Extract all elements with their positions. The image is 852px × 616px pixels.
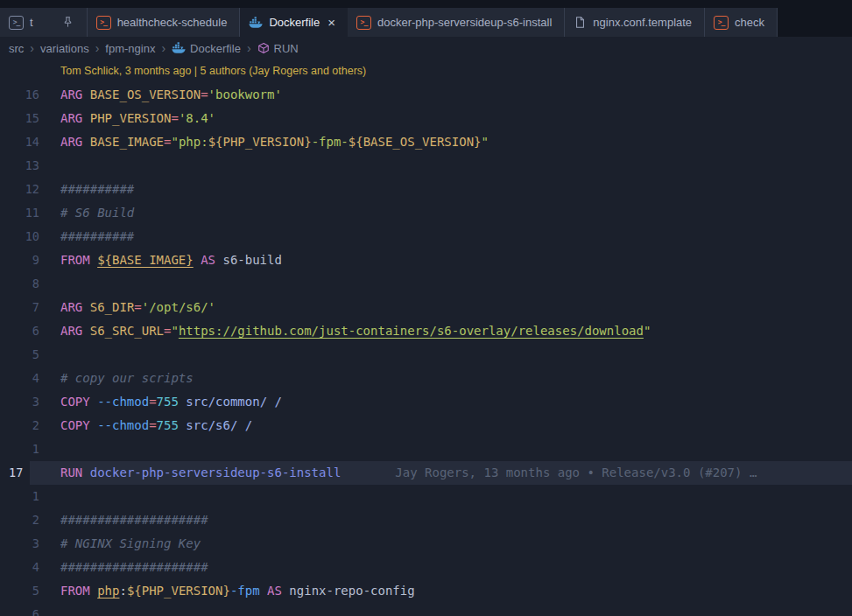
code-line[interactable]: 15ARG PHP_VERSION='8.4' <box>0 107 852 130</box>
line-number: 1 <box>0 438 39 461</box>
tab-label: check <box>735 16 764 29</box>
tab-healthcheck-schedule[interactable]: >_healthcheck-schedule <box>88 8 241 37</box>
code-text: FROM php:${PHP_VERSION}-fpm AS nginx-rep… <box>60 579 415 603</box>
tab-label: t <box>30 16 33 29</box>
line-number: 6 <box>0 603 39 616</box>
code-text: #################### <box>60 556 208 579</box>
pin-icon[interactable] <box>61 16 74 29</box>
code-text: RUN docker-php-serversideup-s6-installJa… <box>60 461 757 485</box>
code-text: FROM ${BASE_IMAGE} AS s6-build <box>60 248 282 272</box>
code-text: # S6 Build <box>60 201 134 225</box>
vscode-window: >_t>_healthcheck-scheduleDockerfile×>_do… <box>0 0 852 616</box>
breadcrumb-item-RUN[interactable]: RUN <box>257 42 299 55</box>
line-number: 5 <box>0 579 39 603</box>
code-text: ARG BASE_OS_VERSION='bookworm' <box>60 83 282 107</box>
file-icon <box>574 16 587 29</box>
code-line[interactable]: 16ARG BASE_OS_VERSION='bookworm' <box>0 83 852 107</box>
terminal-icon: >_ <box>714 16 729 30</box>
code-line[interactable]: 2COPY --chmod=755 src/s6/ / <box>0 414 852 438</box>
tab-t[interactable]: >_t <box>0 8 88 37</box>
code-line[interactable]: 9FROM ${BASE_IMAGE} AS s6-build <box>0 248 852 272</box>
breadcrumb-label: src <box>9 42 24 55</box>
line-number: 8 <box>0 272 39 296</box>
tab-check[interactable]: >_check <box>705 8 778 37</box>
chevron-right-icon: › <box>30 41 34 55</box>
chevron-right-icon: › <box>95 41 100 55</box>
code-line[interactable]: 1 <box>0 485 852 508</box>
line-number: 4 <box>0 556 39 579</box>
line-number: 4 <box>0 367 39 390</box>
code-line[interactable]: 11# S6 Build <box>0 201 852 225</box>
code-line[interactable]: 12########## <box>0 178 852 201</box>
line-number: 15 <box>0 107 39 130</box>
breadcrumb-item-fpm-nginx[interactable]: fpm-nginx <box>105 42 155 55</box>
code-text: ########## <box>60 225 134 248</box>
code-line[interactable]: 14ARG BASE_IMAGE="php:${PHP_VERSION}-fpm… <box>0 130 852 154</box>
code-line[interactable]: 3# NGINX Signing Key <box>0 532 852 556</box>
chevron-right-icon: › <box>161 41 165 55</box>
code-text: COPY --chmod=755 src/common/ / <box>60 390 282 414</box>
line-number: 1 <box>0 485 39 508</box>
line-number: 2 <box>0 414 39 438</box>
tab-Dockerfile[interactable]: Dockerfile× <box>240 8 348 37</box>
breadcrumb-label: fpm-nginx <box>105 42 155 55</box>
code-editor[interactable]: Tom Schlick, 3 months ago | 5 authors (J… <box>0 60 852 616</box>
code-line[interactable]: 5 <box>0 343 852 367</box>
code-text: #################### <box>60 508 208 532</box>
code-line[interactable]: 7ARG S6_DIR='/opt/s6/' <box>0 296 852 319</box>
line-number: 9 <box>0 248 39 272</box>
breadcrumb-label: variations <box>40 42 89 55</box>
code-text: ARG S6_DIR='/opt/s6/' <box>60 296 215 319</box>
code-text: ARG BASE_IMAGE="php:${PHP_VERSION}-fpm-$… <box>60 130 489 154</box>
tab-docker-php-serversideup-s6-install[interactable]: >_docker-php-serversideup-s6-install <box>348 8 565 37</box>
code-line[interactable]: 6 <box>0 603 852 616</box>
breadcrumb: src›variations›fpm-nginx›Dockerfile›RUN <box>0 37 852 60</box>
code-lines: 16ARG BASE_OS_VERSION='bookworm'15ARG PH… <box>0 83 852 616</box>
tab-nginx.conf.template[interactable]: nginx.conf.template <box>565 8 705 37</box>
code-text: # copy our scripts <box>60 367 194 390</box>
tab-label: nginx.conf.template <box>593 16 692 29</box>
line-number: 17 <box>9 461 23 485</box>
line-number: 16 <box>0 83 39 107</box>
code-line[interactable]: 4# copy our scripts <box>0 367 852 390</box>
tab-bar: >_t>_healthcheck-scheduleDockerfile×>_do… <box>0 0 852 37</box>
inline-blame: Jay Rogers, 13 months ago • Release/v3.0… <box>395 466 757 480</box>
code-text: ARG S6_SRC_URL="https://github.com/just-… <box>60 319 651 343</box>
breadcrumb-item-Dockerfile[interactable]: Dockerfile <box>172 41 241 55</box>
close-icon[interactable]: × <box>327 16 335 29</box>
breadcrumb-item-src[interactable]: src <box>9 42 24 55</box>
code-line[interactable]: 10########## <box>0 225 852 248</box>
line-number: 11 <box>0 201 39 225</box>
code-text: ########## <box>60 178 134 201</box>
tab-label: docker-php-serversideup-s6-install <box>377 16 552 29</box>
code-line[interactable]: 2#################### <box>0 508 852 532</box>
breadcrumb-label: RUN <box>274 42 299 55</box>
code-line[interactable]: 1 <box>0 438 852 461</box>
line-number: 6 <box>0 319 39 343</box>
code-line[interactable]: 4#################### <box>0 556 852 579</box>
line-number: 10 <box>0 225 39 248</box>
terminal-icon: >_ <box>9 16 24 30</box>
line-number: 3 <box>0 390 39 414</box>
line-number: 14 <box>0 130 39 154</box>
code-line[interactable]: 3COPY --chmod=755 src/common/ / <box>0 390 852 414</box>
code-line-current[interactable]: 17RUN docker-php-serversideup-s6-install… <box>0 461 852 485</box>
docker-icon <box>249 16 263 30</box>
symbol-cube-icon <box>257 42 270 54</box>
code-line[interactable]: 6ARG S6_SRC_URL="https://github.com/just… <box>0 319 852 343</box>
codelens-blame[interactable]: Tom Schlick, 3 months ago | 5 authors (J… <box>0 60 852 83</box>
line-number: 5 <box>0 343 39 367</box>
code-text: # NGINX Signing Key <box>60 532 201 556</box>
breadcrumb-item-variations[interactable]: variations <box>40 42 89 55</box>
chevron-right-icon: › <box>247 41 251 55</box>
code-line[interactable]: 13 <box>0 154 852 178</box>
line-number: 13 <box>0 154 39 178</box>
code-line[interactable]: 8 <box>0 272 852 296</box>
terminal-icon: >_ <box>96 16 111 30</box>
docker-icon <box>172 41 186 55</box>
line-number: 2 <box>0 508 39 532</box>
line-number: 3 <box>0 532 39 556</box>
tab-label: healthcheck-schedule <box>117 16 228 29</box>
code-text: COPY --chmod=755 src/s6/ / <box>60 414 252 438</box>
code-line[interactable]: 5FROM php:${PHP_VERSION}-fpm AS nginx-re… <box>0 579 852 603</box>
